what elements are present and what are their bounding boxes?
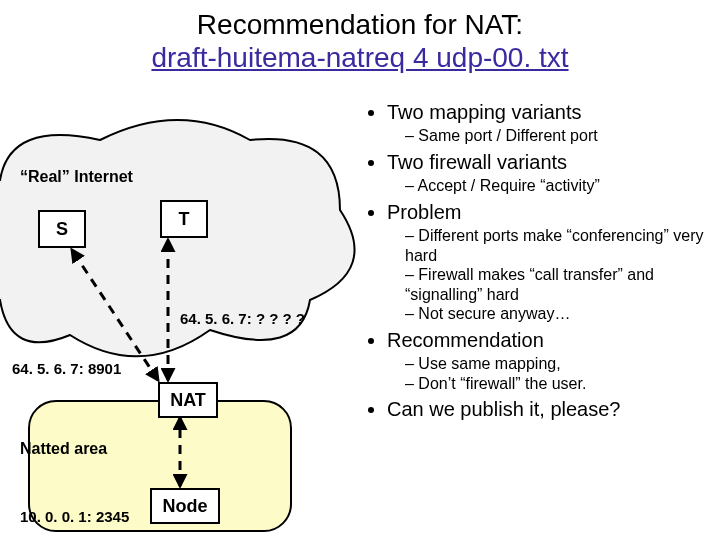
- subbullet-samemapping: Use same mapping,: [405, 354, 710, 374]
- slide-title: Recommendation for NAT: draft-huitema-na…: [0, 8, 720, 74]
- diagram-area: “Real” Internet Natted area S T NAT Node…: [10, 110, 350, 530]
- node-s: S: [38, 210, 86, 248]
- node-t: T: [160, 200, 208, 238]
- addr-node: 10. 0. 0. 1: 2345: [20, 508, 129, 525]
- nat-box: NAT: [158, 382, 218, 418]
- subbullet-ports: Same port / Different port: [405, 126, 710, 146]
- title-link[interactable]: draft-huitema-natreq 4 udp-00. txt: [151, 42, 568, 73]
- bullet-mapping: Two mapping variants Same port / Differe…: [387, 100, 710, 146]
- bullet-list: Two mapping variants Same port / Differe…: [365, 100, 710, 422]
- title-line-1: Recommendation for NAT:: [197, 9, 523, 40]
- subbullet-calltransfer: Firewall makes “call transfer” and “sign…: [405, 265, 710, 304]
- addr-s: 64. 5. 6. 7: 8901: [12, 360, 121, 377]
- subbullet-notsecure: Not secure anyway…: [405, 304, 710, 324]
- bullet-firewall: Two firewall variants Accept / Require “…: [387, 150, 710, 196]
- inner-node: Node: [150, 488, 220, 524]
- bullet-publish: Can we publish it, please?: [387, 397, 710, 421]
- subbullet-dontfirewall: Don’t “firewall” the user.: [405, 374, 710, 394]
- bullet-problem: Problem Different ports make “conferenci…: [387, 200, 710, 324]
- subbullet-conferencing: Different ports make “conferencing” very…: [405, 226, 710, 265]
- addr-t: 64. 5. 6. 7: ? ? ? ?: [180, 310, 305, 327]
- bullet-recommendation: Recommendation Use same mapping, Don’t “…: [387, 328, 710, 393]
- subbullet-activity: Accept / Require “activity”: [405, 176, 710, 196]
